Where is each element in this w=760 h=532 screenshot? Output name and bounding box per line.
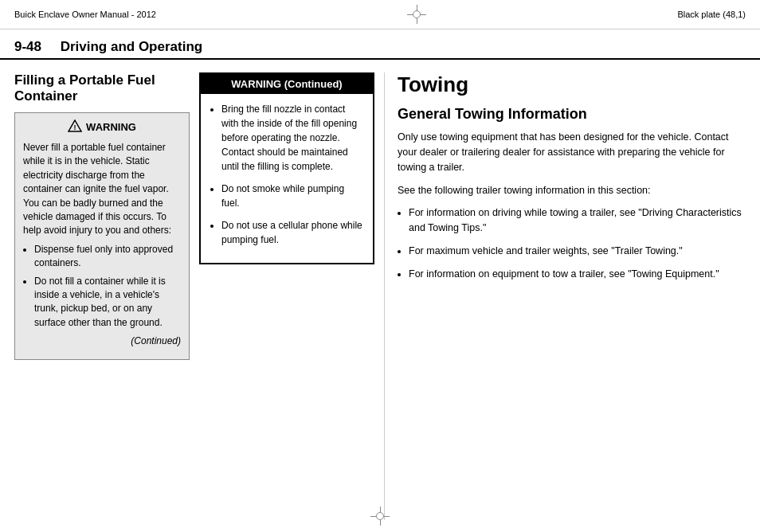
page-footer xyxy=(370,503,390,529)
warning-box: ! WARNING Never fill a portable fuel con… xyxy=(14,112,190,360)
warning-cont-bullet-1: Bring the fill nozzle in contact with th… xyxy=(221,102,363,174)
warning-cont-bullet-2: Do not smoke while pumping fuel. xyxy=(221,182,363,210)
continued-note: (Continued) xyxy=(23,334,181,348)
warning-continued-body: Bring the fill nozzle in contact with th… xyxy=(201,94,373,263)
left-heading: Filling a Portable Fuel Container xyxy=(14,72,190,104)
warning-cont-bullet-3: Do not use a cellular phone while pumpin… xyxy=(221,218,363,247)
towing-bullet-1: For information on driving while towing … xyxy=(409,205,746,236)
middle-column: WARNING (Continued) Bring the fill nozzl… xyxy=(199,72,374,520)
main-content: Filling a Portable Fuel Container ! WARN… xyxy=(0,60,760,520)
svg-text:!: ! xyxy=(74,123,76,131)
general-towing-subheading: General Towing Information xyxy=(398,105,746,123)
right-column: Towing General Towing Information Only u… xyxy=(384,72,746,520)
warning-bullets: Dispense fuel only into approved contain… xyxy=(34,243,181,330)
warning-body: Never fill a portable fuel container whi… xyxy=(23,141,181,238)
header-right: Black plate (48,1) xyxy=(677,10,746,19)
towing-see-following: See the following trailer towing informa… xyxy=(398,183,746,198)
section-number: 9-48 xyxy=(14,39,41,54)
towing-heading: Towing xyxy=(398,72,746,97)
warning-bullet-2: Do not fill a container while it is insi… xyxy=(34,275,181,331)
towing-bullets: For information on driving while towing … xyxy=(409,205,746,281)
towing-bullet-3: For information on equipment to tow a tr… xyxy=(409,267,746,282)
towing-bullet-2: For maximum vehicle and trailer weights,… xyxy=(409,244,746,259)
section-title: Driving and Operating xyxy=(61,39,203,54)
registration-mark-top xyxy=(407,5,426,24)
warning-continued-bullets: Bring the fill nozzle in contact with th… xyxy=(221,102,363,247)
warning-title: ! WARNING xyxy=(23,119,181,135)
left-column: Filling a Portable Fuel Container ! WARN… xyxy=(14,72,190,520)
registration-mark-bottom xyxy=(370,507,390,526)
warning-bullet-1: Dispense fuel only into approved contain… xyxy=(34,243,181,271)
header-left: Buick Enclave Owner Manual - 2012 xyxy=(14,10,156,19)
towing-intro: Only use towing equipment that has been … xyxy=(398,130,746,174)
section-heading: 9-48 Driving and Operating xyxy=(0,29,760,60)
header-center xyxy=(407,5,426,24)
warning-triangle-icon: ! xyxy=(68,119,82,135)
warning-continued-title: WARNING (Continued) xyxy=(201,74,373,94)
warning-continued-box: WARNING (Continued) Bring the fill nozzl… xyxy=(199,72,374,264)
page-header: Buick Enclave Owner Manual - 2012 Black … xyxy=(0,0,760,29)
